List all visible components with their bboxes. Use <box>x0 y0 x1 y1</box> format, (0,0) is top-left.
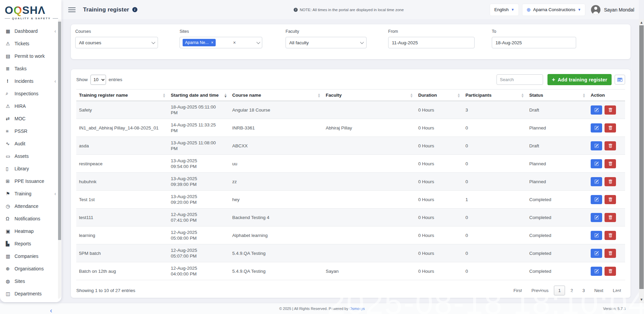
organisation-selector[interactable]: ⊕ Aparna Constructions ▼ <box>522 4 585 16</box>
logo: OQSHΛ QUALITY & SAFETY <box>0 0 61 21</box>
pagination-page-3[interactable]: 3 <box>578 286 589 295</box>
pagination-page-2[interactable]: 2 <box>566 286 577 295</box>
sidebar-item-ppe-issuance[interactable]: ⊞ PPE Issuance ‹ <box>0 175 61 187</box>
courses-select[interactable]: All courses <box>75 37 158 48</box>
sidebar-item-departments[interactable]: ◫ Departments ‹ <box>0 287 61 300</box>
sort-icon[interactable]: ▲▼ <box>410 93 412 97</box>
sidebar-item-inspections[interactable]: ⌕ Inspections ‹ <box>0 87 61 100</box>
pagination-first[interactable]: First <box>509 286 526 295</box>
chip-remove-icon[interactable]: × <box>211 41 213 44</box>
edit-button[interactable] <box>591 231 602 240</box>
edit-button[interactable] <box>591 267 602 276</box>
sort-icon[interactable]: ▲▼ <box>163 93 165 97</box>
page-scrollbar-thumb[interactable] <box>639 25 644 289</box>
edit-button[interactable] <box>591 123 602 132</box>
delete-button[interactable] <box>605 231 616 240</box>
sidebar-item-library[interactable]: ▯ Library ‹ <box>0 162 61 175</box>
sidebar-item-assets[interactable]: ▭ Assets ‹ <box>0 150 61 162</box>
to-date-input[interactable]: 18-Aug-2025 <box>492 37 576 48</box>
search-input[interactable] <box>497 74 543 85</box>
edit-button[interactable] <box>591 213 602 222</box>
delete-button[interactable] <box>605 177 616 186</box>
sidebar-item-hira[interactable]: ⚠ HIRA ‹ <box>0 100 61 112</box>
sidebar-item-heatmap[interactable]: ▣ Heatmap ‹ <box>0 225 61 237</box>
pagination-page-1[interactable]: 1 <box>554 286 565 295</box>
sidebar-item-tickets[interactable]: ⚠ Tickets ‹ <box>0 37 61 50</box>
table-body: Safety 18-Aug-2025 05:11:00 PM Angular 1… <box>76 101 625 280</box>
task-list-icon: ≣ <box>6 66 15 71</box>
sidebar-item-organisations[interactable]: ⊕ Organisations ‹ <box>0 262 61 275</box>
sidebar-item-permit-to-work[interactable]: ▤ Permit to work ‹ <box>0 50 61 62</box>
delete-button[interactable] <box>605 159 616 168</box>
delete-button[interactable] <box>605 249 616 258</box>
sidebar-item-dashboard[interactable]: ▦ Dashboard ‹ <box>0 25 61 37</box>
delete-button[interactable] <box>605 213 616 222</box>
table-row[interactable]: IN1_abd_Abhiraj Pillay_14-08-2025_01 14-… <box>76 119 625 137</box>
delete-button[interactable] <box>605 123 616 132</box>
sort-icon[interactable]: ▲▼ <box>521 93 524 97</box>
edit-button[interactable] <box>591 177 602 186</box>
sidebar-item-companies[interactable]: ▥ Companies ‹ <box>0 250 61 262</box>
table-row[interactable]: 5PM batch 12-Aug-2025 05:07:00 PM 5.4.9.… <box>76 244 625 262</box>
filter-courses: Courses All courses <box>75 29 158 48</box>
scroll-down-arrow-icon[interactable]: ▼ <box>639 297 644 302</box>
sort-icon-active-desc[interactable]: ▲▼ <box>224 93 226 97</box>
table-row[interactable]: test111 12-Aug-2025 07:41:00 PM Backend … <box>76 209 625 226</box>
add-training-register-button[interactable]: + Add training register <box>547 74 612 85</box>
info-icon[interactable]: i <box>132 7 137 12</box>
column-visibility-button[interactable] <box>615 75 625 84</box>
edit-button[interactable] <box>591 141 602 150</box>
scroll-up-arrow-icon[interactable]: ▲ <box>639 20 644 25</box>
sidebar-item-attendance[interactable]: ◷ Attendance ‹ <box>0 200 61 212</box>
pagination-next[interactable]: Next <box>590 286 608 295</box>
user-menu[interactable]: Sayan Mondal <box>591 5 634 15</box>
sidebar-item-sites[interactable]: ◍ Sites ‹ <box>0 275 61 287</box>
edit-button[interactable] <box>591 159 602 168</box>
pagination-last[interactable]: Last <box>609 286 625 295</box>
table-row[interactable]: Safety 18-Aug-2025 05:11:00 PM Angular 1… <box>76 101 625 119</box>
sort-icon[interactable]: ▲▼ <box>583 93 585 97</box>
briefcase-plus-icon: ⊞ <box>6 178 15 184</box>
osmosys-link[interactable]: Osmosys <box>349 307 365 311</box>
sites-multiselect[interactable]: Aparna Ne... × × <box>180 37 262 48</box>
sort-icon[interactable]: ▲▼ <box>318 93 320 97</box>
table-row[interactable]: learning 12-Aug-2025 05:08:00 PM Alphabe… <box>76 226 625 244</box>
sort-icon[interactable]: ▲▼ <box>458 93 460 97</box>
delete-button[interactable] <box>605 141 616 150</box>
sidebar-scrollbar-thumb[interactable] <box>58 22 61 240</box>
edit-button[interactable] <box>591 249 602 258</box>
sidebar-item-reports[interactable]: ▙ Reports ‹ <box>0 237 61 250</box>
table-row[interactable]: Batch on 12th aug 12-Aug-2025 04:00:00 P… <box>76 262 625 280</box>
table-row[interactable]: restinpeace 13-Aug-2025 09:54:00 PM uu 0… <box>76 155 625 173</box>
table-row[interactable]: hubuhnk 13-Aug-2025 09:39:00 PM zz 0 Hou… <box>76 173 625 191</box>
sidebar-collapse-icon[interactable]: ‹ <box>50 307 52 314</box>
page-size-select[interactable]: 10 <box>90 75 106 85</box>
faculty-select[interactable]: All faculty <box>286 37 367 48</box>
cell-start-datetime: 12-Aug-2025 04:00:00 PM <box>168 262 230 280</box>
sidebar-item-pssr[interactable]: ≡ PSSR ‹ <box>0 125 61 137</box>
language-selector[interactable]: English ▼ <box>490 4 518 16</box>
pagination-previous[interactable]: Previous <box>527 286 553 295</box>
sidebar-item-incidents[interactable]: ! Incidents ‹ <box>0 75 61 87</box>
delete-button[interactable] <box>605 267 616 276</box>
delete-button[interactable] <box>605 105 616 115</box>
page-scrollbar[interactable]: ▲ ▼ <box>639 19 644 303</box>
delete-button[interactable] <box>605 195 616 204</box>
clear-selection-icon[interactable]: × <box>233 40 239 45</box>
sidebar-item-notifications[interactable]: Ω Notifications ‹ <box>0 212 61 225</box>
sidebar-scrollbar[interactable] <box>58 20 61 299</box>
edit-button[interactable] <box>591 195 602 204</box>
table-row[interactable]: asda 13-Aug-2025 11:08:00 PM ABCXX 0 Hou… <box>76 137 625 155</box>
sidebar-item-tasks[interactable]: ≣ Tasks ‹ <box>0 62 61 75</box>
sidebar-item-training[interactable]: ⚑ Training ‹ <box>0 187 61 200</box>
edit-button[interactable] <box>591 105 602 115</box>
menu-hamburger-icon[interactable] <box>68 7 76 12</box>
sidebar-item-audit[interactable]: ∿ Audit ‹ <box>0 137 61 150</box>
sidebar-item-moc[interactable]: ⇄ MOC ‹ <box>0 112 61 125</box>
from-date-input[interactable]: 11-Aug-2025 <box>388 37 475 48</box>
trash-icon <box>608 162 613 166</box>
table-row[interactable]: Test 1st 13-Aug-2025 09:20:00 PM hey 0 H… <box>76 191 625 209</box>
bar-chart-icon: ▙ <box>6 241 15 246</box>
trash-icon <box>608 197 613 202</box>
trash-icon <box>608 269 613 273</box>
